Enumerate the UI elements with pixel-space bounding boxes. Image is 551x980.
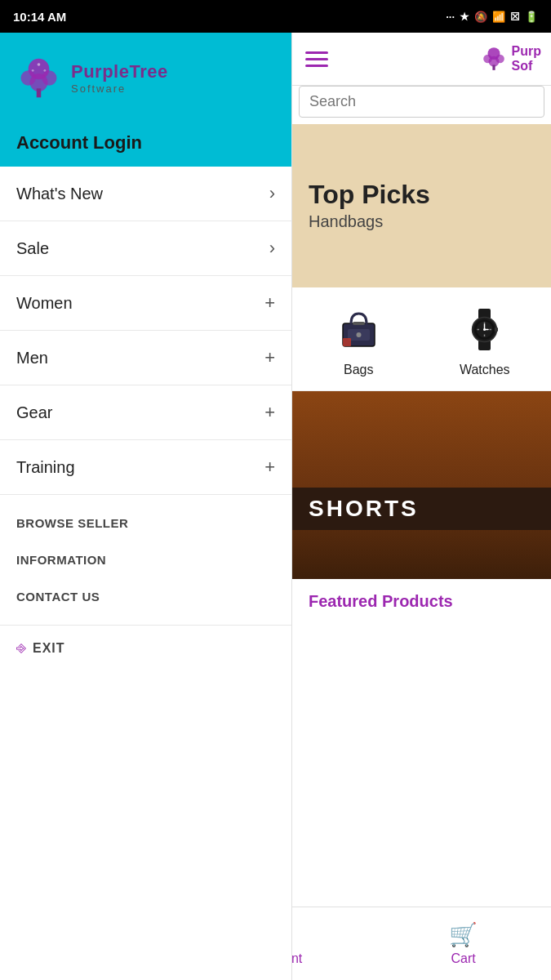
hamburger-line-2: [305, 58, 328, 60]
top-bar: PurpSof: [292, 33, 551, 86]
sidebar-item-training[interactable]: Training +: [0, 440, 291, 495]
svg-rect-16: [343, 338, 351, 346]
sidebar-item-gear-label: Gear: [16, 403, 52, 422]
watches-image: [456, 301, 513, 358]
status-bar: 10:14 AM ··· ★ 🔕 📶 ☒ 🔋: [0, 0, 551, 33]
sidebar-item-training-label: Training: [16, 458, 75, 477]
featured-teaser: Featured Products: [292, 579, 551, 628]
dots-icon: ···: [446, 11, 455, 23]
bags-icon: [336, 307, 381, 352]
category-bags-label: Bags: [344, 363, 373, 377]
sidebar-item-women-label: Women: [16, 294, 73, 313]
svg-point-5: [38, 63, 41, 66]
sidebar-item-sale-label: Sale: [16, 239, 49, 258]
logo-text: PurpleTree Software: [71, 61, 168, 95]
contact-us-link[interactable]: CONTACT US: [0, 578, 291, 615]
svg-point-7: [43, 69, 46, 71]
chevron-right-icon-sale: ›: [269, 238, 275, 259]
sidebar-item-whats-new[interactable]: What's New ›: [0, 167, 291, 221]
category-item-watches[interactable]: Watches: [425, 301, 545, 377]
top-bar-logo-icon: [481, 46, 507, 72]
hero-subtitle: Handbags: [309, 212, 535, 231]
svg-point-29: [483, 328, 486, 331]
chevron-right-icon: ›: [269, 183, 275, 204]
sidebar-item-gear[interactable]: Gear +: [0, 385, 291, 440]
cart-icon: 🛒: [449, 921, 478, 948]
bottom-nav-cart-label: Cart: [451, 951, 475, 966]
sidebar-item-men-label: Men: [16, 349, 48, 368]
shorts-text: SHORTS: [309, 496, 419, 521]
hamburger-line-3: [305, 65, 328, 67]
plus-icon-men: +: [264, 347, 275, 368]
sidebar-item-men[interactable]: Men +: [0, 331, 291, 385]
plus-icon-training: +: [264, 457, 275, 478]
exit-icon: ⎆: [16, 639, 26, 657]
signal-icon: ☒: [510, 11, 520, 23]
bluetooth-icon: ★: [460, 11, 469, 23]
browse-seller-link[interactable]: BROWSE SELLER: [0, 505, 291, 541]
app-container: PurpleTree Software Account Login What's…: [0, 33, 551, 980]
sidebar-item-sale[interactable]: Sale ›: [0, 221, 291, 276]
sidebar-nav: What's New › Sale › Women + Men + Gear +: [0, 167, 291, 980]
status-time: 10:14 AM: [13, 10, 66, 24]
logo-tree-icon: [16, 56, 61, 100]
wifi-icon: 📶: [492, 11, 505, 23]
status-icons: ··· ★ 🔕 📶 ☒ 🔋: [446, 11, 538, 23]
search-bar[interactable]: [299, 86, 544, 118]
category-watches-label: Watches: [460, 363, 510, 377]
logo-subtitle: Software: [71, 82, 168, 95]
plus-icon-gear: +: [264, 402, 275, 423]
svg-point-17: [356, 332, 361, 337]
svg-rect-12: [492, 65, 495, 69]
hero-banner: Top Picks Handbags: [292, 124, 551, 287]
category-row: Bags: [292, 287, 551, 391]
sidebar: PurpleTree Software Account Login What's…: [0, 33, 292, 980]
sidebar-header: PurpleTree Software: [0, 33, 291, 122]
logo-title: PurpleTree: [71, 61, 168, 82]
search-input[interactable]: [309, 93, 534, 110]
account-login-bar: Account Login: [0, 122, 291, 167]
hamburger-button[interactable]: [302, 48, 331, 70]
svg-rect-4: [37, 88, 42, 97]
sidebar-item-women[interactable]: Women +: [0, 276, 291, 331]
shorts-label-bar: SHORTS: [292, 488, 551, 530]
sidebar-item-whats-new-label: What's New: [16, 185, 103, 203]
bell-icon: 🔕: [474, 11, 487, 23]
plus-icon-women: +: [264, 292, 275, 314]
exit-label: EXIT: [33, 641, 65, 656]
hamburger-line-1: [305, 51, 328, 54]
bottom-nav-cart[interactable]: 🛒 Cart: [433, 915, 494, 973]
shorts-banner: SHORTS: [292, 391, 551, 579]
exit-button[interactable]: ⎆ EXIT: [0, 626, 291, 670]
main-content: PurpSof Top Picks Handbags: [292, 33, 551, 980]
hero-title: Top Picks: [309, 180, 535, 209]
top-bar-logo: PurpSof: [481, 44, 541, 74]
watches-icon: [462, 307, 507, 352]
svg-rect-14: [353, 322, 365, 325]
information-link[interactable]: INFORMATION: [0, 541, 291, 578]
sidebar-section-links: BROWSE SELLER INFORMATION CONTACT US: [0, 495, 291, 626]
category-item-bags[interactable]: Bags: [299, 301, 419, 377]
featured-text: Featured Products: [309, 592, 453, 610]
bags-image: [330, 301, 387, 358]
top-bar-logo-text: PurpSof: [512, 44, 541, 74]
svg-rect-30: [495, 327, 498, 332]
account-login-text: Account Login: [16, 132, 142, 153]
svg-point-6: [32, 69, 34, 71]
battery-icon: 🔋: [525, 11, 538, 23]
